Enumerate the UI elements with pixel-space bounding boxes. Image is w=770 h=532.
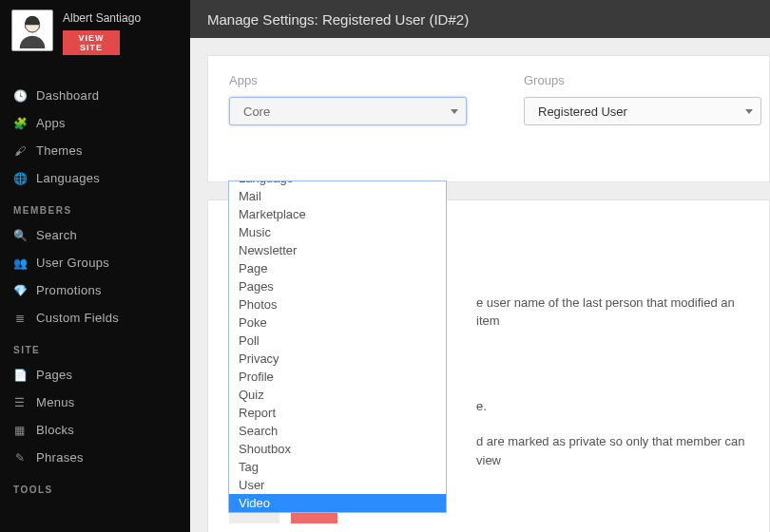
nav-label: Apps (36, 116, 66, 130)
apps-option-pages[interactable]: Pages (229, 277, 446, 295)
search-icon: 🔍 (13, 229, 27, 242)
nav-label: Pages (36, 368, 72, 382)
promotions-icon: 💎 (13, 284, 27, 297)
nav-site-menus[interactable]: ☰Menus (0, 389, 190, 416)
nav-main: 🕓Dashboard🧩Apps🖌Themes🌐Languages (0, 82, 190, 192)
blocks-icon: ▦ (13, 424, 27, 437)
nav-main-languages[interactable]: 🌐Languages (0, 164, 190, 192)
page-title-bar: Manage Settings: Registered User (ID#2) (190, 0, 770, 38)
apps-option-music[interactable]: Music (229, 223, 446, 241)
dashboard-icon: 🕓 (13, 89, 27, 103)
nav-main-apps[interactable]: 🧩Apps (0, 109, 190, 137)
nav-label: Themes (36, 143, 83, 158)
nav-site-blocks[interactable]: ▦Blocks (0, 416, 190, 444)
apps-option-report[interactable]: Report (229, 404, 446, 422)
apps-option-user[interactable]: User (229, 476, 446, 494)
view-site-button[interactable]: VIEW SITE (63, 30, 120, 55)
apps-option-video[interactable]: Video (229, 494, 446, 512)
apps-option-page[interactable]: Page (229, 259, 446, 277)
apps-option-newsletter[interactable]: Newsletter (229, 241, 446, 259)
profile-block: Albert Santiago VIEW SITE (0, 0, 190, 65)
user-name: Albert Santiago (63, 11, 141, 25)
nav-site-phrases[interactable]: ✎Phrases (0, 444, 190, 471)
apps-option-mail[interactable]: Mail (229, 187, 446, 205)
menus-icon: ☰ (13, 396, 27, 409)
nav-members-promotions[interactable]: 💎Promotions (0, 276, 190, 304)
filter-card: Apps Core Groups Registered User (207, 55, 770, 182)
content-area: Apps Core Groups Registered User ? e use… (190, 38, 770, 532)
apps-option-poll[interactable]: Poll (229, 332, 446, 350)
nav-members-custom-fields[interactable]: ≣Custom Fields (0, 304, 190, 332)
custom-fields-icon: ≣ (13, 312, 27, 325)
apps-option-shoutbox[interactable]: Shoutbox (229, 440, 446, 458)
avatar[interactable] (11, 10, 53, 51)
apps-dropdown[interactable]: InviteLanguageMailMarketplaceMusicNewsle… (228, 180, 447, 513)
nav-label: User Groups (36, 256, 109, 270)
nav-label: Blocks (36, 423, 74, 437)
section-members: MEMBERS (0, 192, 190, 221)
groups-select[interactable]: Registered User (524, 97, 761, 125)
nav-members-search[interactable]: 🔍Search (0, 221, 190, 249)
section-site: SITE (0, 332, 190, 361)
nav-members-user-groups[interactable]: 👥User Groups (0, 249, 190, 276)
apps-label: Apps (229, 73, 467, 87)
nav-label: Search (36, 228, 77, 242)
user-groups-icon: 👥 (13, 256, 27, 270)
nav-members: 🔍Search👥User Groups💎Promotions≣Custom Fi… (0, 221, 190, 332)
apps-option-marketplace[interactable]: Marketplace (229, 205, 446, 223)
pages-icon: 📄 (13, 369, 27, 382)
apps-option-quiz[interactable]: Quiz (229, 386, 446, 404)
chevron-down-icon (745, 109, 753, 114)
setting-desc-1: e user name of the last person that modi… (476, 294, 748, 331)
nav-label: Custom Fields (36, 311, 119, 325)
apps-option-search[interactable]: Search (229, 422, 446, 440)
nav-label: Languages (36, 171, 100, 185)
section-tools: TOOLS (0, 471, 190, 501)
nav-main-dashboard[interactable]: 🕓Dashboard (0, 82, 190, 109)
languages-icon: 🌐 (13, 172, 27, 185)
apps-option-privacy[interactable]: Privacy (229, 350, 446, 368)
nav-main-themes[interactable]: 🖌Themes (0, 137, 190, 164)
nav-site-pages[interactable]: 📄Pages (0, 361, 190, 389)
chevron-down-icon (451, 109, 458, 114)
apps-option-photos[interactable]: Photos (229, 295, 446, 314)
setting-desc-2a: e. (476, 397, 748, 416)
apps-select[interactable]: Core (229, 97, 467, 125)
nav-label: Menus (36, 395, 75, 409)
nav-site: 📄Pages☰Menus▦Blocks✎Phrases (0, 361, 190, 471)
apps-option-poke[interactable]: Poke (229, 314, 446, 332)
nav-label: Dashboard (36, 88, 99, 103)
themes-icon: 🖌 (13, 144, 27, 158)
groups-label: Groups (524, 73, 761, 87)
nav-label: Promotions (36, 283, 102, 297)
groups-select-value: Registered User (538, 104, 627, 119)
nav-label: Phrases (36, 450, 84, 465)
apps-option-profile[interactable]: Profile (229, 368, 446, 386)
apps-option-tag[interactable]: Tag (229, 458, 446, 476)
page-title: Manage Settings: Registered User (ID#2) (207, 11, 469, 28)
apps-select-value: Core (243, 104, 270, 119)
apps-icon: 🧩 (13, 117, 27, 130)
setting-desc-2b: d are marked as private so only that mem… (476, 432, 748, 469)
sidebar: Albert Santiago VIEW SITE 🕓Dashboard🧩App… (0, 0, 190, 532)
phrases-icon: ✎ (13, 451, 27, 465)
